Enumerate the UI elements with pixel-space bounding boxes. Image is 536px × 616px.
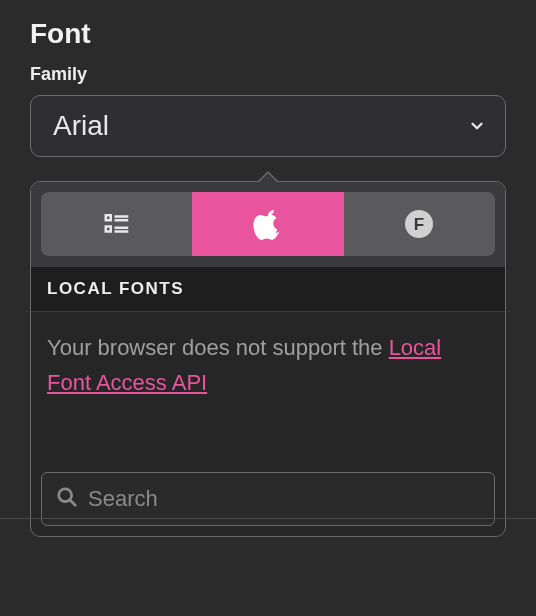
svg-line-9	[70, 500, 75, 505]
svg-text:F: F	[414, 215, 424, 234]
family-select[interactable]: Arial	[30, 95, 506, 157]
font-popover: F LOCAL FONTS Your browser does not supp…	[30, 181, 506, 537]
popover-arrow	[257, 171, 279, 182]
svg-rect-3	[105, 227, 110, 232]
local-fonts-header: LOCAL FONTS	[31, 266, 505, 312]
list-icon	[102, 209, 132, 239]
segmented-tabs: F	[41, 192, 495, 256]
chevron-down-icon	[468, 117, 486, 135]
segmented-wrap: F	[31, 182, 505, 266]
search-input[interactable]	[88, 486, 480, 512]
tab-f-badge[interactable]: F	[344, 192, 495, 256]
unsupported-message-text: Your browser does not support the	[47, 335, 389, 360]
tab-list[interactable]	[41, 192, 192, 256]
section-title: Font	[30, 18, 506, 50]
unsupported-message: Your browser does not support the Local …	[47, 330, 489, 400]
svg-rect-0	[105, 215, 110, 220]
tab-apple[interactable]	[192, 192, 343, 256]
local-fonts-header-text: LOCAL FONTS	[47, 279, 184, 298]
search-icon	[56, 486, 78, 512]
family-select-value: Arial	[53, 110, 109, 142]
popover-body: Your browser does not support the Local …	[31, 312, 505, 462]
search-wrap	[31, 462, 505, 536]
font-panel: Font Family Arial	[0, 0, 536, 537]
family-label: Family	[30, 64, 506, 85]
font-popover-wrap: F LOCAL FONTS Your browser does not supp…	[30, 181, 506, 537]
apple-icon	[252, 208, 284, 240]
f-badge-icon: F	[403, 208, 435, 240]
family-select-wrap: Arial	[30, 95, 506, 157]
divider	[0, 518, 536, 519]
